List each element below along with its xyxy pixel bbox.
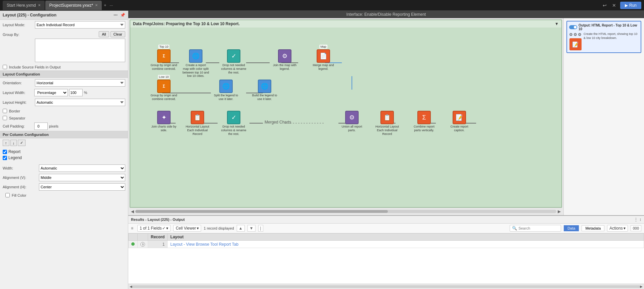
- tab-project[interactable]: ProjectSuperstore.yxwz* ✕: [45, 1, 102, 10]
- include-source-label[interactable]: Include Source Fields in Output: [9, 65, 60, 69]
- field-legend-label[interactable]: Legend: [8, 155, 22, 160]
- layout-width-value[interactable]: [69, 89, 83, 96]
- workflow-canvas[interactable]: Data Prep/Joins: Preparing the Top 10 & …: [130, 19, 562, 208]
- th-record: Record: [148, 234, 168, 241]
- layout-width-type[interactable]: Percentage: [34, 89, 68, 96]
- node-join-map[interactable]: ⚙ Join the map with legend.: [271, 49, 298, 71]
- output-main-icon[interactable]: 📝: [569, 38, 582, 50]
- per-col-up-btn[interactable]: ↑: [3, 140, 9, 146]
- panel-title-text: Layout (225) - Configuration: [3, 13, 56, 17]
- green-dot: [131, 242, 135, 246]
- node-drop-cols1[interactable]: ✓ Drop not needed columns & rename the r…: [220, 49, 247, 74]
- results-settings-icon[interactable]: ⋮: [634, 217, 638, 222]
- node-horiz2-label: Horizontal Layout Each Individual Record: [374, 125, 401, 136]
- results-header-icons: ⋮ ↕: [634, 217, 641, 222]
- output-icon3: ⚙: [578, 32, 582, 37]
- tab-start-close[interactable]: ✕: [38, 3, 41, 7]
- scroll-left2[interactable]: ◀: [130, 285, 132, 288]
- tab-start[interactable]: Start Here.yxmd ✕: [3, 1, 45, 10]
- per-col-buttons: ↑ ↓ ✓: [3, 140, 26, 146]
- node-build-legend[interactable]: 🌐 Build the legend to use it later.: [251, 80, 278, 101]
- fill-color-label[interactable]: Fill Color: [12, 193, 26, 197]
- node-join-charts-icon: ✦: [157, 111, 171, 124]
- node-create-report-icon: 🌐: [189, 49, 202, 63]
- actions-button[interactable]: Actions ▾: [607, 225, 628, 232]
- bottom-scroll-track[interactable]: [132, 285, 640, 288]
- tab-project-close[interactable]: ✕: [95, 3, 98, 7]
- layout-mode-select[interactable]: Each Individual Record: [35, 21, 125, 29]
- fill-color-checkbox[interactable]: [5, 193, 10, 197]
- node-horiz1[interactable]: 📋 Horizontal Layout Each Individual Reco…: [184, 111, 211, 136]
- cell-padding-value[interactable]: [34, 123, 48, 130]
- fields-button[interactable]: 1 of 1 Fields ✓ ▾: [137, 225, 171, 232]
- cell-viewer-dropdown[interactable]: ▾: [197, 226, 199, 231]
- border-checkbox[interactable]: [3, 109, 7, 113]
- sort-up-btn[interactable]: ▲: [237, 225, 245, 232]
- undo-button[interactable]: ↩: [601, 2, 608, 9]
- separator-checkbox[interactable]: [3, 116, 7, 120]
- tab-add-button[interactable]: +: [102, 2, 107, 9]
- field-report-label[interactable]: Report: [8, 149, 20, 154]
- node-horiz2[interactable]: 📋 Horizontal Layout Each Individual Reco…: [374, 111, 401, 136]
- metadata-tab-button[interactable]: Metadata: [582, 225, 604, 231]
- panel-pin-icon[interactable]: 📌: [120, 13, 125, 17]
- output-node-body: ⚙ ⚙ ⚙ 📝 Create the HTML report, showing …: [569, 32, 639, 50]
- filter-btn[interactable]: |: [258, 225, 263, 232]
- canvas-collapse-icon[interactable]: ▼: [555, 21, 559, 26]
- node-split-legend[interactable]: 🌐 Split the legend to use it later.: [213, 80, 239, 101]
- node-caption[interactable]: 📝 Create report caption.: [446, 111, 473, 132]
- node-drop-cols2-label: Drop not needed columns & rename the res…: [220, 125, 247, 136]
- orientation-select[interactable]: Horizontal: [35, 79, 125, 87]
- separator-label[interactable]: Separator: [9, 116, 25, 120]
- node-merge-map[interactable]: 📄 Map Merge map and legend.: [310, 49, 337, 71]
- node-create-report[interactable]: 🌐 Create a report map with color split b…: [182, 49, 209, 78]
- scroll-left-arrow[interactable]: ◀: [131, 209, 134, 214]
- per-col-check-btn[interactable]: ✓: [18, 140, 26, 146]
- field-legend-checkbox[interactable]: [3, 156, 7, 160]
- search-input[interactable]: [518, 226, 559, 230]
- run-button[interactable]: ▶ Run: [620, 2, 641, 9]
- th-indicator: [129, 234, 138, 241]
- node-top10-sum-icon: Σ Top 10: [157, 49, 171, 63]
- field-report-checkbox[interactable]: [3, 150, 7, 154]
- merged-charts-label: Merged Charts: [265, 120, 291, 125]
- align-v-select[interactable]: Middle: [39, 174, 125, 181]
- node-top10-sum[interactable]: Σ Top 10 Group by origin and combine cen…: [150, 49, 177, 71]
- close-button[interactable]: ✕: [611, 2, 617, 9]
- fields-dropdown-icon[interactable]: ▾: [166, 226, 168, 231]
- width-sub-select[interactable]: Automatic: [39, 164, 125, 172]
- scroll-right2[interactable]: ▶: [640, 285, 643, 288]
- width-sub-label: Width:: [3, 166, 36, 170]
- panel-dots-icon[interactable]: ⋯: [113, 13, 118, 17]
- group-by-list[interactable]: [35, 39, 125, 62]
- toggle-track[interactable]: [569, 25, 577, 29]
- border-label[interactable]: Border: [9, 109, 20, 113]
- align-h-select[interactable]: Center: [39, 183, 125, 191]
- canvas-title: Data Prep/Joins: Preparing the Top 10 & …: [133, 21, 240, 26]
- node-combine[interactable]: Σ Combine report parts vertically.: [411, 111, 438, 132]
- cell-padding-label: Cell Padding:: [3, 124, 33, 128]
- all-button[interactable]: All: [99, 31, 109, 37]
- results-resize-icon[interactable]: ↕: [639, 217, 641, 222]
- cell-viewer-button[interactable]: Cell Viewer ▾: [173, 225, 201, 232]
- list-icon[interactable]: ≡: [131, 226, 133, 231]
- node-join-charts[interactable]: ✦ Join charts side by side.: [150, 111, 177, 132]
- node-drop-cols2[interactable]: ✓ Drop not needed columns & rename the r…: [220, 111, 247, 136]
- layout-link[interactable]: Layout - View Browse Tool Report Tab: [170, 242, 238, 247]
- clear-button[interactable]: Clear: [110, 31, 125, 37]
- output-icon2: ⚙: [573, 32, 577, 37]
- sort-down-btn[interactable]: ▼: [247, 225, 256, 232]
- tab-more-button[interactable]: ···: [108, 2, 114, 9]
- include-source-checkbox[interactable]: [3, 65, 7, 69]
- scroll-right-arrow[interactable]: ▶: [558, 209, 561, 214]
- data-tab-button[interactable]: Data: [564, 225, 579, 231]
- node-union-all[interactable]: ⚙ Union all report parts.: [338, 111, 365, 132]
- layout-height-select[interactable]: Automatic: [35, 99, 125, 106]
- h-scrollbar-track[interactable]: [135, 210, 556, 213]
- per-col-down-btn[interactable]: ↓: [10, 140, 17, 146]
- toggle-switch[interactable]: [569, 25, 577, 29]
- output-icon1: ⚙: [569, 32, 573, 37]
- node-low10[interactable]: Σ Low 10 Group by origin and combine cen…: [150, 80, 177, 101]
- node-low10-label: Group by origin and combine centroid.: [150, 94, 177, 101]
- node-combine-icon: Σ: [417, 111, 431, 124]
